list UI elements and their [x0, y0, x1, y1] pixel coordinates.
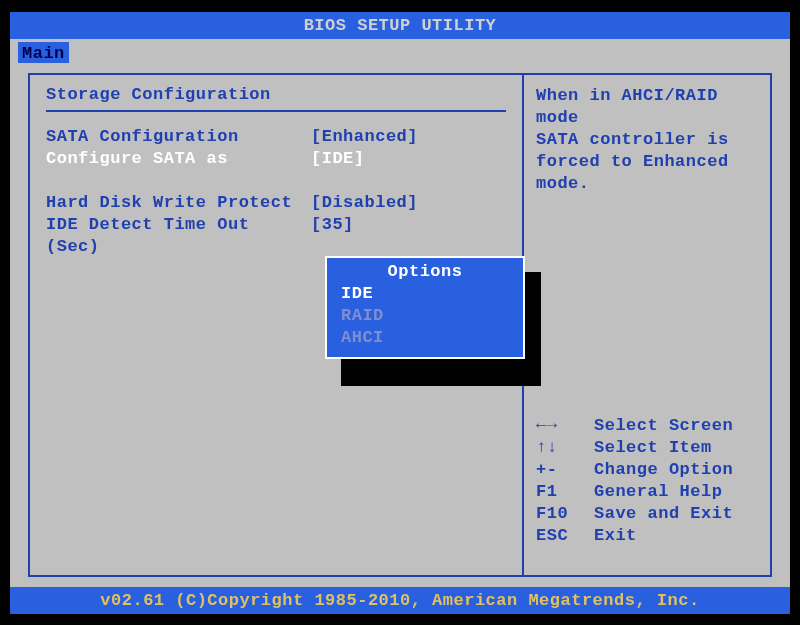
setting-label: IDE Detect Time Out (Sec): [46, 214, 311, 258]
tab-main[interactable]: Main: [18, 42, 69, 65]
setting-label: Configure SATA as: [46, 148, 311, 170]
options-popup: Options IDE RAID AHCI: [325, 256, 525, 359]
setting-hdd-write-protect[interactable]: Hard Disk Write Protect [Disabled]: [46, 192, 506, 214]
arrows-lr-icon: ←→: [536, 415, 594, 437]
divider: [46, 110, 506, 112]
setting-label: Hard Disk Write Protect: [46, 192, 311, 214]
popup-title: Options: [337, 262, 513, 281]
nav-change-option: +- Change Option: [536, 459, 758, 481]
option-ahci[interactable]: AHCI: [337, 327, 513, 349]
key-esc: ESC: [536, 525, 594, 547]
setting-value: [Disabled]: [311, 192, 418, 214]
nav-desc: Exit: [594, 525, 637, 547]
app-title: BIOS SETUP UTILITY: [304, 16, 497, 35]
nav-desc: General Help: [594, 481, 722, 503]
footer-bar: v02.61 (C)Copyright 1985-2010, American …: [10, 587, 790, 614]
arrows-ud-icon: ↑↓: [536, 437, 594, 459]
section-title: Storage Configuration: [46, 85, 506, 104]
nav-desc: Select Item: [594, 437, 712, 459]
nav-general-help: F1 General Help: [536, 481, 758, 503]
setting-value: [IDE]: [311, 148, 365, 170]
copyright-text: v02.61 (C)Copyright 1985-2010, American …: [100, 591, 699, 610]
nav-exit: ESC Exit: [536, 525, 758, 547]
nav-help: ←→ Select Screen ↑↓ Select Item +- Chang…: [536, 415, 758, 547]
help-panel: When in AHCI/RAID mode SATA controller i…: [524, 75, 770, 575]
setting-value: [35]: [311, 214, 354, 258]
setting-value: [Enhanced]: [311, 126, 418, 148]
nav-desc: Change Option: [594, 459, 733, 481]
help-text: When in AHCI/RAID mode SATA controller i…: [536, 85, 758, 195]
option-ide[interactable]: IDE: [337, 283, 513, 305]
nav-desc: Save and Exit: [594, 503, 733, 525]
setting-configure-sata[interactable]: Configure SATA as [IDE]: [46, 148, 506, 170]
settings-panel: Storage Configuration SATA Configuration…: [30, 75, 524, 575]
setting-sata-config[interactable]: SATA Configuration [Enhanced]: [46, 126, 506, 148]
nav-desc: Select Screen: [594, 415, 733, 437]
nav-save-exit: F10 Save and Exit: [536, 503, 758, 525]
key-plusminus: +-: [536, 459, 594, 481]
option-raid[interactable]: RAID: [337, 305, 513, 327]
setting-label: SATA Configuration: [46, 126, 311, 148]
nav-select-screen: ←→ Select Screen: [536, 415, 758, 437]
nav-select-item: ↑↓ Select Item: [536, 437, 758, 459]
key-f1: F1: [536, 481, 594, 503]
key-f10: F10: [536, 503, 594, 525]
title-bar: BIOS SETUP UTILITY: [10, 12, 790, 39]
tab-bar: Main: [10, 39, 790, 63]
setting-ide-timeout[interactable]: IDE Detect Time Out (Sec) [35]: [46, 214, 506, 258]
